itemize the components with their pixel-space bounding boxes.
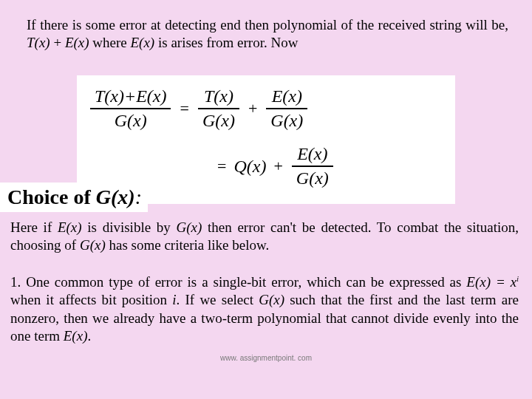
equals-sign: = — [217, 157, 226, 176]
text: has some criteria like below. — [106, 237, 269, 253]
math-superscript: i — [516, 275, 519, 283]
equation-row-2: = Q(x) + E(x) G(x) — [211, 137, 455, 195]
math-var: G(x) — [177, 219, 202, 235]
math-var: E(x) = x — [466, 274, 516, 290]
paragraph-criteria: Here if E(x) is divisible by G(x) then e… — [10, 219, 519, 255]
fraction: E(x) G(x) — [266, 85, 307, 132]
math-var: T(x) — [27, 35, 50, 50]
denominator: G(x) — [292, 167, 333, 190]
math-var: Q(x) — [233, 157, 266, 177]
text: Choice of — [7, 185, 96, 208]
plus-sign: + — [273, 157, 282, 176]
text: Here if — [10, 219, 58, 235]
section-heading: Choice of G(x): — [0, 183, 148, 212]
fraction: E(x) G(x) — [292, 143, 333, 190]
math-var: E(x) — [64, 328, 88, 344]
text: 1. One common type of error is a single-… — [10, 274, 466, 290]
math-var: G(x) — [259, 292, 284, 307]
text: where — [89, 35, 131, 50]
denominator: G(x) — [198, 109, 239, 132]
numerator: T(x) — [200, 85, 238, 108]
text: + — [50, 35, 65, 50]
math-var: G(x) — [96, 185, 135, 208]
footer-source: www. assignmentpoint. com — [0, 354, 532, 362]
fraction: T(x) G(x) — [198, 85, 239, 132]
text: If there is some error at detecting end … — [27, 17, 508, 33]
fraction: T(x)+E(x) G(x) — [90, 85, 171, 132]
paragraph-intro: If there is some error at detecting end … — [27, 16, 508, 52]
math-var: E(x) — [58, 219, 82, 235]
text: is divisible by — [82, 219, 177, 235]
text: . If we select — [177, 292, 259, 307]
math-var: G(x) — [80, 237, 106, 253]
math-var: E(x) — [65, 35, 89, 50]
text: . — [87, 328, 91, 344]
equals-sign: = — [180, 99, 188, 118]
numerator: T(x)+E(x) — [90, 85, 171, 108]
denominator: G(x) — [266, 109, 307, 132]
denominator: G(x) — [110, 109, 151, 132]
numerator: E(x) — [293, 143, 332, 166]
heading-text: Choice of G(x): — [7, 185, 142, 208]
text: is arises from error. Now — [154, 35, 298, 50]
text: when it affects bit position — [10, 292, 172, 307]
colon: : — [135, 185, 142, 208]
math-var: E(x) — [131, 35, 155, 50]
numerator: E(x) — [267, 85, 307, 108]
paragraph-item-1: 1. One common type of error is a single-… — [10, 273, 519, 345]
plus-sign: + — [248, 99, 257, 118]
equation-row-1: T(x)+E(x) G(x) = T(x) G(x) + E(x) G(x) — [87, 80, 455, 137]
